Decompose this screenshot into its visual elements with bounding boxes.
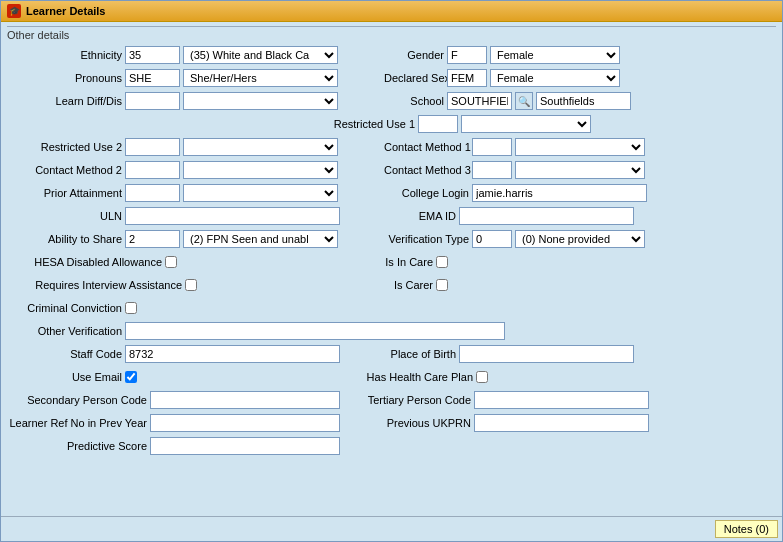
health-care-plan-label: Has Health Care Plan bbox=[353, 371, 473, 383]
ethnicity-gender-row: Ethnicity (35) White and Black Ca Gender… bbox=[7, 45, 776, 65]
declared-sex-desc-select[interactable]: Female bbox=[490, 69, 620, 87]
title-icon: 🎓 bbox=[7, 4, 21, 18]
email-healthcare-row: Use Email Has Health Care Plan bbox=[7, 367, 776, 387]
learner-ref-ukprn-row: Learner Ref No in Prev Year Previous UKP… bbox=[7, 413, 776, 433]
school-name-input[interactable] bbox=[536, 92, 631, 110]
is-in-care-checkbox[interactable] bbox=[436, 256, 448, 268]
notes-button[interactable]: Notes (0) bbox=[715, 520, 778, 538]
place-of-birth-label: Place of Birth bbox=[371, 348, 456, 360]
prior-attainment-college-login-row: Prior Attainment College Login bbox=[7, 183, 776, 203]
prior-attainment-code-input[interactable] bbox=[125, 184, 180, 202]
learn-diff-desc-select[interactable] bbox=[183, 92, 338, 110]
uln-input[interactable] bbox=[125, 207, 340, 225]
tertiary-person-code-input[interactable] bbox=[474, 391, 649, 409]
pronouns-code-input[interactable] bbox=[125, 69, 180, 87]
restricted-use-2-code-input[interactable] bbox=[125, 138, 180, 156]
uln-ema-row: ULN EMA ID bbox=[7, 206, 776, 226]
ethnicity-desc-select[interactable]: (35) White and Black Ca bbox=[183, 46, 338, 64]
staff-code-label: Staff Code bbox=[7, 348, 122, 360]
predictive-score-input[interactable] bbox=[150, 437, 340, 455]
gender-code-input[interactable] bbox=[447, 46, 487, 64]
section-label: Other details bbox=[7, 26, 776, 41]
criminal-conviction-label: Criminal Conviction bbox=[7, 302, 122, 314]
contact-method-3-code-input[interactable] bbox=[472, 161, 512, 179]
contact2-contact3-row: Contact Method 2 Contact Method 3 bbox=[7, 160, 776, 180]
verification-type-label: Verification Type bbox=[384, 233, 469, 245]
hesa-disabled-checkbox[interactable] bbox=[165, 256, 177, 268]
predictive-score-label: Predictive Score bbox=[7, 440, 147, 452]
school-code-input[interactable] bbox=[447, 92, 512, 110]
contact-method-1-label: Contact Method 1 bbox=[384, 141, 469, 153]
ability-to-share-code-input[interactable] bbox=[125, 230, 180, 248]
tertiary-person-code-label: Tertiary Person Code bbox=[356, 394, 471, 406]
contact-method-2-label: Contact Method 2 bbox=[7, 164, 122, 176]
pronouns-declared-row: Pronouns She/Her/Hers Declared Sex Femal… bbox=[7, 68, 776, 88]
interview-carer-row: Requires Interview Assistance Is Carer bbox=[7, 275, 776, 295]
criminal-conviction-checkbox[interactable] bbox=[125, 302, 137, 314]
college-login-label: College Login bbox=[384, 187, 469, 199]
contact-method-2-code-input[interactable] bbox=[125, 161, 180, 179]
restricted-use-1-desc-select[interactable] bbox=[461, 115, 591, 133]
verification-type-code-input[interactable] bbox=[472, 230, 512, 248]
prior-attainment-desc-select[interactable] bbox=[183, 184, 338, 202]
learner-ref-prev-year-label: Learner Ref No in Prev Year bbox=[7, 417, 147, 429]
secondary-person-code-label: Secondary Person Code bbox=[7, 394, 147, 406]
window-title: Learner Details bbox=[26, 5, 105, 17]
contact-method-1-desc-select[interactable] bbox=[515, 138, 645, 156]
criminal-conviction-row: Criminal Conviction bbox=[7, 298, 776, 318]
previous-ukprn-label: Previous UKPRN bbox=[356, 417, 471, 429]
staff-code-input[interactable] bbox=[125, 345, 340, 363]
contact-method-1-code-input[interactable] bbox=[472, 138, 512, 156]
restricted2-contact1-row: Restricted Use 2 Contact Method 1 bbox=[7, 137, 776, 157]
gender-label: Gender bbox=[384, 49, 444, 61]
uln-label: ULN bbox=[7, 210, 122, 222]
hesa-label: HESA Disabled Allowance bbox=[7, 256, 162, 268]
secondary-person-code-input[interactable] bbox=[150, 391, 340, 409]
learn-diff-school-row: Learn Diff/Dis School 🔍 bbox=[7, 91, 776, 111]
staff-code-place-birth-row: Staff Code Place of Birth bbox=[7, 344, 776, 364]
contact-method-3-desc-select[interactable] bbox=[515, 161, 645, 179]
use-email-checkbox[interactable] bbox=[125, 371, 137, 383]
restricted-use-2-label: Restricted Use 2 bbox=[7, 141, 122, 153]
previous-ukprn-input[interactable] bbox=[474, 414, 649, 432]
main-content: Other details Ethnicity (35) White and B… bbox=[1, 22, 782, 516]
verification-type-desc-select[interactable]: (0) None provided bbox=[515, 230, 645, 248]
other-verification-row: Other Verification bbox=[7, 321, 776, 341]
school-search-button[interactable]: 🔍 bbox=[515, 92, 533, 110]
restricted-use-1-label: Restricted Use 1 bbox=[330, 118, 415, 130]
pronouns-label: Pronouns bbox=[7, 72, 122, 84]
learner-details-window: 🎓 Learner Details Other details Ethnicit… bbox=[0, 0, 783, 542]
requires-interview-label: Requires Interview Assistance bbox=[7, 279, 182, 291]
contact-method-2-desc-select[interactable] bbox=[183, 161, 338, 179]
gender-desc-select[interactable]: Female bbox=[490, 46, 620, 64]
school-label: School bbox=[384, 95, 444, 107]
other-verification-input[interactable] bbox=[125, 322, 505, 340]
ethnicity-code-input[interactable] bbox=[125, 46, 180, 64]
bottom-bar: Notes (0) bbox=[1, 516, 782, 541]
ability-to-share-desc-select[interactable]: (2) FPN Seen and unabl bbox=[183, 230, 338, 248]
college-login-input[interactable] bbox=[472, 184, 647, 202]
other-verification-label: Other Verification bbox=[7, 325, 122, 337]
learn-diff-code-input[interactable] bbox=[125, 92, 180, 110]
is-carer-checkbox[interactable] bbox=[436, 279, 448, 291]
restricted-use-1-row: Restricted Use 1 bbox=[7, 114, 776, 134]
place-of-birth-input[interactable] bbox=[459, 345, 634, 363]
pronouns-desc-select[interactable]: She/Her/Hers bbox=[183, 69, 338, 87]
declared-sex-label: Declared Sex bbox=[384, 72, 444, 84]
restricted-use-2-desc-select[interactable] bbox=[183, 138, 338, 156]
ability-verification-row: Ability to Share (2) FPN Seen and unabl … bbox=[7, 229, 776, 249]
ethnicity-label: Ethnicity bbox=[7, 49, 122, 61]
predictive-score-row: Predictive Score bbox=[7, 436, 776, 456]
is-in-care-label: Is In Care bbox=[348, 256, 433, 268]
title-bar: 🎓 Learner Details bbox=[1, 1, 782, 22]
declared-sex-code-input[interactable] bbox=[447, 69, 487, 87]
secondary-tertiary-row: Secondary Person Code Tertiary Person Co… bbox=[7, 390, 776, 410]
requires-interview-checkbox[interactable] bbox=[185, 279, 197, 291]
learner-ref-prev-year-input[interactable] bbox=[150, 414, 340, 432]
prior-attainment-label: Prior Attainment bbox=[7, 187, 122, 199]
restricted-use-1-code-input[interactable] bbox=[418, 115, 458, 133]
ema-id-input[interactable] bbox=[459, 207, 634, 225]
health-care-plan-checkbox[interactable] bbox=[476, 371, 488, 383]
is-carer-label: Is Carer bbox=[348, 279, 433, 291]
contact-method-3-label: Contact Method 3 bbox=[384, 164, 469, 176]
